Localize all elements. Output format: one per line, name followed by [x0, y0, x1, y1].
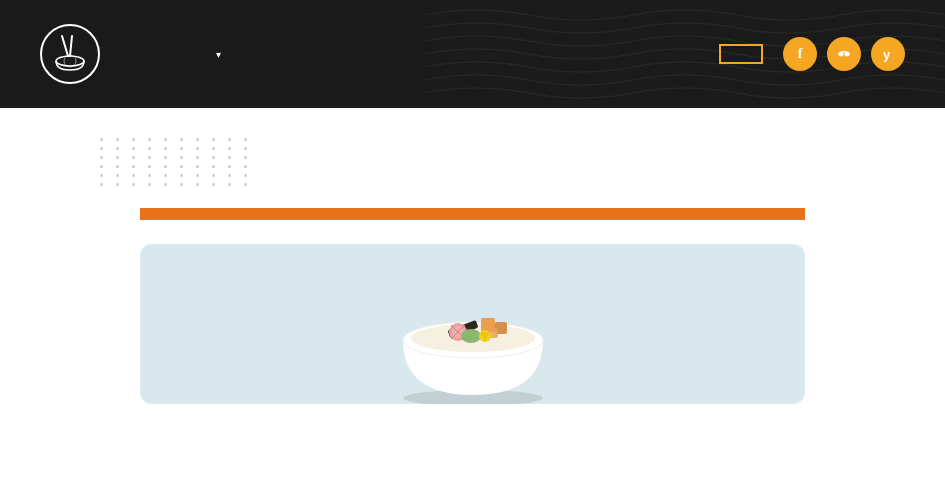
main-content: const dotContainer = document.querySelec… [0, 108, 945, 404]
dot-decoration: const dotContainer = document.querySelec… [100, 138, 254, 186]
site-header: f y [0, 0, 945, 108]
tripadvisor-icon[interactable] [827, 37, 861, 71]
svg-line-1 [70, 36, 72, 56]
svg-point-2 [56, 56, 84, 66]
menu-button[interactable] [719, 44, 763, 64]
social-icons-group: f y [783, 37, 905, 71]
svg-line-0 [62, 36, 68, 56]
yelp-icon[interactable]: y [871, 37, 905, 71]
nav-item-services[interactable] [216, 49, 222, 60]
svg-point-19 [461, 329, 481, 343]
breadcrumb-banner [140, 208, 805, 220]
main-nav [160, 49, 699, 60]
logo-icon [40, 24, 100, 84]
bowl-illustration [373, 250, 573, 404]
svg-point-22 [485, 332, 489, 336]
svg-point-21 [481, 332, 485, 336]
hero-image [140, 244, 805, 404]
svg-text:y: y [883, 47, 891, 62]
svg-point-23 [483, 336, 487, 340]
facebook-icon[interactable]: f [783, 37, 817, 71]
logo[interactable] [40, 24, 110, 84]
